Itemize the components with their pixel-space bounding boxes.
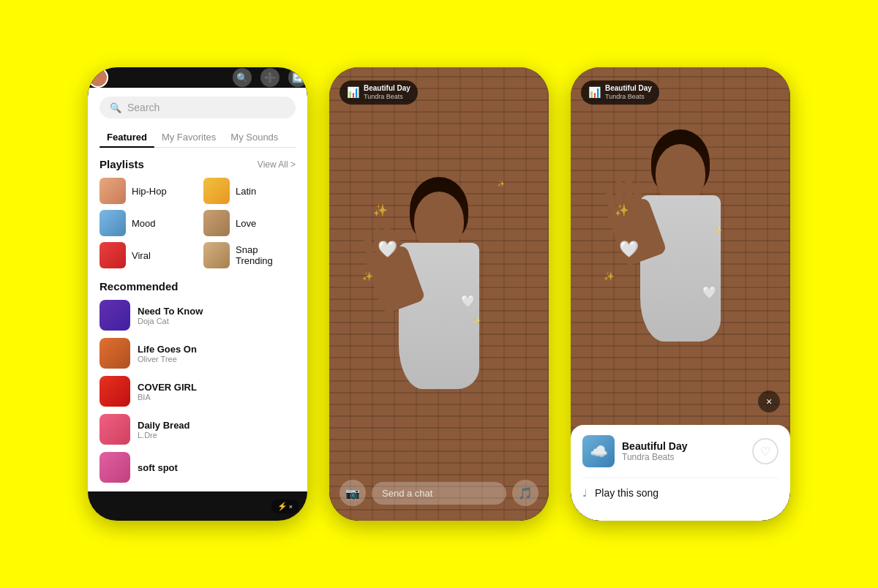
rec-info: Life Goes On Oliver Tree [138, 344, 197, 363]
camera-top-bar: 🔍 ➕ 🔄 [88, 67, 307, 88]
music-btn[interactable]: 🎵 [512, 480, 539, 506]
play-song-label: Play this song [595, 487, 658, 499]
rec-info: COVER GIRL BIA [138, 382, 197, 402]
playlists-title: Playlists [100, 158, 144, 170]
tab-my-sounds[interactable]: My Sounds [223, 127, 285, 147]
music-tag-song-3: Beautiful Day [605, 84, 652, 93]
rec-thumb-covergirl [100, 376, 130, 407]
recommended-header: Recommended [100, 280, 296, 293]
music-tag-artist: Tundra Beats [364, 93, 410, 101]
camera-full-2: ✨ ✨ ✨ ✨ 🤍 🤍 📊 Beautiful Day Tundra Beats… [329, 67, 549, 521]
music-wave-icon: 📊 [347, 86, 359, 98]
music-tag-3[interactable]: 📊 Beautiful Day Tundra Beats [581, 80, 659, 105]
camera-full-3: ✨ ✨ ✨ 🤍 🤍 📊 Beautiful Day Tundra Beats × [571, 67, 790, 521]
phone-3: ✨ ✨ ✨ 🤍 🤍 📊 Beautiful Day Tundra Beats × [571, 67, 790, 521]
favorite-btn[interactable]: ♡ [752, 438, 778, 464]
list-item[interactable]: Life Goes On Oliver Tree [100, 338, 296, 369]
music-tag-2[interactable]: 📊 Beautiful Day Tundra Beats [339, 80, 418, 105]
rec-artist-covergirl: BIA [138, 393, 197, 402]
bottom-bar-2: 📷 Send a chat 🎵 [329, 472, 549, 521]
recommended-title: Recommended [100, 280, 179, 293]
flash-indicator: ⚡ × [271, 500, 299, 513]
list-item[interactable]: Need To Know Doja Cat [100, 300, 296, 331]
list-item[interactable]: Viral [100, 242, 192, 268]
music-wave-icon-3: 📊 [588, 86, 601, 98]
music-tag-text: Beautiful Day Tundra Beats [364, 84, 410, 101]
song-card-text: Beautiful Day Tundra Beats [622, 440, 687, 462]
recommended-list: Need To Know Doja Cat Life Goes On Olive… [100, 300, 296, 483]
list-item[interactable]: soft spot [100, 452, 296, 483]
camera-btn[interactable]: 📷 [339, 480, 366, 506]
rec-title-dailybread: Daily Bread [138, 420, 190, 431]
playlist-thumb-viral [100, 242, 126, 268]
playlists-header: Playlists View All > [100, 158, 296, 170]
view-all-link[interactable]: View All > [258, 159, 296, 170]
divider [582, 478, 778, 478]
playlist-thumb-hiphop [100, 178, 126, 204]
playlist-name-mood: Mood [132, 218, 156, 229]
music-tag-song: Beautiful Day [364, 84, 410, 93]
phone-2: ✨ ✨ ✨ ✨ 🤍 🤍 📊 Beautiful Day Tundra Beats… [329, 67, 549, 521]
close-song-card-btn[interactable]: × [758, 391, 780, 412]
playlist-name-latin: Latin [236, 186, 256, 197]
search-icon[interactable]: 🔍 [233, 68, 252, 87]
flash-off-symbol: × [289, 503, 293, 510]
person-silhouette [359, 177, 519, 470]
playlist-name-viral: Viral [132, 250, 151, 261]
song-card-title: Beautiful Day [622, 440, 687, 452]
playlist-thumb-mood [100, 210, 126, 236]
search-bar[interactable]: 🔍 Search [100, 97, 296, 118]
camera-preview-1: 🔍 ➕ 🔄 ⚡ × [88, 67, 307, 88]
music-panel: 🔍 Search Featured My Favorites My Sounds… [88, 88, 307, 491]
rec-thumb-dailybread [100, 414, 130, 445]
flash-icon-symbol: ⚡ [277, 502, 288, 511]
song-card-thumb: ☁️ [582, 435, 615, 467]
list-item[interactable]: Mood [100, 210, 192, 236]
song-card-info: ☁️ Beautiful Day Tundra Beats [582, 435, 687, 467]
tab-bar: Featured My Favorites My Sounds [100, 127, 296, 148]
add-friend-icon[interactable]: ➕ [260, 68, 279, 87]
music-tag-text-3: Beautiful Day Tundra Beats [605, 84, 652, 101]
rec-thumb-lifegoes [100, 338, 130, 369]
rec-thumb-needtoknow [100, 300, 130, 331]
playlist-thumb-latin [203, 178, 230, 204]
search-input[interactable]: Search [127, 102, 160, 113]
rec-artist-dailybread: L.Dre [138, 431, 190, 440]
playlist-name-love: Love [236, 218, 256, 229]
rec-info: Need To Know Doja Cat [138, 306, 203, 325]
list-item[interactable]: COVER GIRL BIA [100, 376, 296, 407]
list-item[interactable]: Hip-Hop [100, 178, 192, 204]
list-item[interactable]: Snap Trending [203, 242, 296, 268]
rec-thumb-softspot [100, 452, 130, 483]
search-bar-icon: 🔍 [110, 102, 121, 113]
rec-title-covergirl: COVER GIRL [138, 382, 197, 393]
tab-featured[interactable]: Featured [100, 127, 154, 147]
playlist-name-hiphop: Hip-Hop [132, 186, 167, 197]
top-icons: 🔍 ➕ 🔄 [233, 68, 307, 87]
music-tag-artist-3: Tundra Beats [605, 93, 652, 101]
list-item[interactable]: Love [203, 210, 296, 236]
list-item[interactable]: Daily Bread L.Dre [100, 414, 296, 445]
music-note-icon: ♩ [582, 487, 588, 499]
person-silhouette-3 [600, 129, 761, 407]
chat-input[interactable]: Send a chat [372, 482, 506, 505]
tab-my-favorites[interactable]: My Favorites [154, 127, 223, 147]
rec-info: soft spot [138, 462, 178, 473]
playlist-thumb-snaptrending [203, 242, 230, 268]
playlist-name-snaptrending: Snap Trending [236, 244, 296, 266]
song-card-artist: Tundra Beats [622, 452, 687, 462]
playlist-grid: Hip-Hop Latin Mood Love Viral [100, 178, 296, 268]
song-card-top: ☁️ Beautiful Day Tundra Beats ♡ [582, 435, 778, 467]
list-item[interactable]: Latin [203, 178, 296, 204]
rec-artist-lifegoes: Oliver Tree [138, 355, 197, 363]
song-card: ☁️ Beautiful Day Tundra Beats ♡ ♩ Play t… [571, 425, 790, 521]
playlist-thumb-love [203, 210, 230, 236]
avatar[interactable] [88, 67, 108, 88]
play-song-row[interactable]: ♩ Play this song [582, 487, 778, 499]
rec-info: Daily Bread L.Dre [138, 420, 190, 440]
rec-artist-needtoknow: Doja Cat [138, 317, 203, 325]
phone-1: 🔍 ➕ 🔄 ⚡ × 🔍 Search Featured My Favorites… [88, 67, 307, 521]
flip-camera-icon[interactable]: 🔄 [288, 68, 307, 87]
rec-title-softspot: soft spot [138, 462, 178, 473]
rec-title-needtoknow: Need To Know [138, 306, 203, 317]
